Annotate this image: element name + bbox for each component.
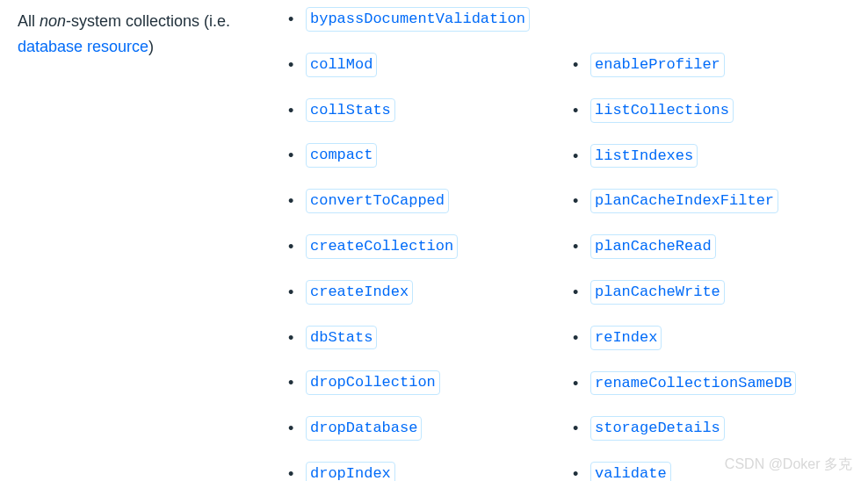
- action-link-compact[interactable]: compact: [306, 143, 377, 168]
- action-link-collStats[interactable]: collStats: [306, 98, 395, 123]
- action-link-dropIndex[interactable]: dropIndex: [306, 462, 395, 481]
- action-link-dropCollection[interactable]: dropCollection: [306, 370, 440, 395]
- list-item: collStats: [281, 98, 566, 123]
- actions-columns: bypassDocumentValidation collMod collSta…: [281, 7, 850, 481]
- list-item: storageDetails: [566, 416, 850, 441]
- list-item: enableProfiler: [566, 53, 850, 77]
- list-item: compact: [281, 143, 566, 168]
- action-link-bypassDocumentValidation[interactable]: bypassDocumentValidation: [306, 7, 530, 32]
- actions-column-left: bypassDocumentValidation collMod collSta…: [281, 7, 566, 481]
- list-item: listIndexes: [566, 144, 850, 169]
- list-item: collMod: [281, 53, 566, 77]
- list-item: planCacheRead: [566, 234, 850, 259]
- action-link-storageDetails[interactable]: storageDetails: [590, 416, 725, 441]
- desc-italic: non: [40, 12, 66, 30]
- actions-column-right: enableProfiler listCollections listIndex…: [566, 7, 850, 481]
- action-link-convertToCapped[interactable]: convertToCapped: [306, 189, 449, 213]
- list-item: createIndex: [281, 280, 566, 305]
- list-item: renameCollectionSameDB: [566, 371, 850, 396]
- action-link-collMod[interactable]: collMod: [306, 53, 377, 77]
- list-item: dropCollection: [281, 370, 566, 395]
- list-item: dropDatabase: [281, 416, 566, 441]
- action-link-planCacheWrite[interactable]: planCacheWrite: [590, 280, 725, 305]
- list-item: validate: [566, 462, 850, 481]
- description-column: All non-system collections (i.e. databas…: [18, 7, 281, 481]
- action-link-dbStats[interactable]: dbStats: [306, 326, 377, 350]
- desc-middle: -system collections (i.e.: [66, 12, 230, 30]
- database-resource-link[interactable]: database resource: [18, 38, 148, 55]
- action-link-planCacheIndexFilter[interactable]: planCacheIndexFilter: [590, 189, 778, 213]
- action-link-renameCollectionSameDB[interactable]: renameCollectionSameDB: [590, 371, 796, 396]
- list-item: dbStats: [281, 326, 566, 350]
- description-text: All non-system collections (i.e. databas…: [18, 9, 281, 60]
- action-link-createIndex[interactable]: createIndex: [306, 280, 413, 305]
- action-link-dropDatabase[interactable]: dropDatabase: [306, 416, 422, 441]
- list-item: planCacheIndexFilter: [566, 189, 850, 213]
- list-item: createCollection: [281, 234, 566, 259]
- desc-prefix: All: [18, 12, 40, 30]
- list-item: convertToCapped: [281, 189, 566, 213]
- action-link-enableProfiler[interactable]: enableProfiler: [590, 53, 725, 77]
- desc-suffix: ): [148, 38, 154, 55]
- list-item: bypassDocumentValidation: [281, 7, 566, 32]
- list-item: dropIndex: [281, 462, 566, 481]
- list-item: reIndex: [566, 326, 850, 350]
- list-item: planCacheWrite: [566, 280, 850, 305]
- action-link-validate[interactable]: validate: [590, 462, 671, 481]
- action-link-reIndex[interactable]: reIndex: [590, 326, 662, 350]
- actions-list-left: bypassDocumentValidation collMod collSta…: [281, 7, 566, 481]
- action-link-createCollection[interactable]: createCollection: [306, 234, 458, 259]
- content-container: All non-system collections (i.e. databas…: [0, 0, 868, 481]
- action-link-listIndexes[interactable]: listIndexes: [590, 144, 698, 169]
- actions-list-right: enableProfiler listCollections listIndex…: [566, 53, 850, 481]
- action-link-listCollections[interactable]: listCollections: [590, 98, 734, 123]
- action-link-planCacheRead[interactable]: planCacheRead: [590, 234, 716, 259]
- list-item: listCollections: [566, 98, 850, 123]
